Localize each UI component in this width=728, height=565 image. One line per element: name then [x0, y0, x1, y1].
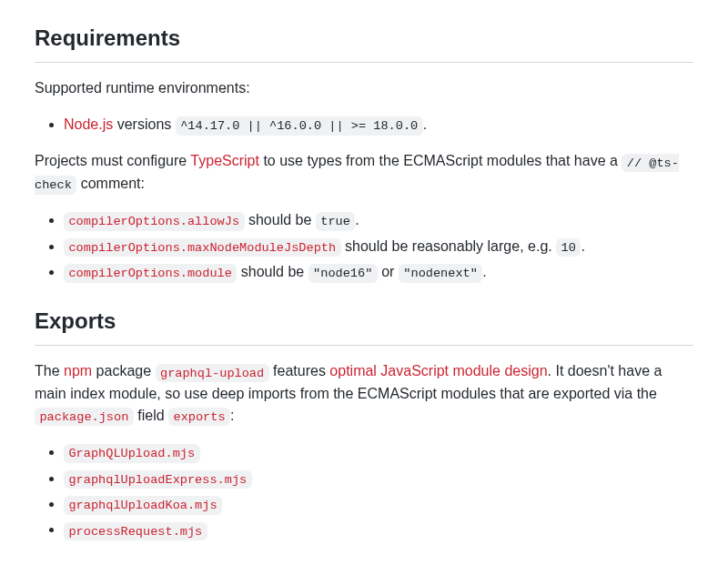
compiler-options-list: compilerOptions.allowJs should be true. …: [35, 209, 693, 283]
graphql-upload-code: graphql-upload: [156, 364, 269, 382]
graphqlupload-code: GraphQLUpload.mjs: [64, 444, 200, 462]
module-item-processrequest: processRequest.mjs: [64, 519, 693, 540]
allowjs-link[interactable]: compilerOptions.allowJs: [64, 212, 245, 227]
maxdepth-tail: .: [581, 238, 584, 254]
graphql-upload-link[interactable]: graphql-upload: [156, 363, 269, 378]
runtime-list: Node.js versions ^14.17.0 || ^16.0.0 || …: [35, 114, 693, 136]
true-code: true: [316, 212, 356, 230]
modules-list: GraphQLUpload.mjs graphqlUploadExpress.m…: [35, 441, 693, 541]
express-code: graphqlUploadExpress.mjs: [64, 470, 252, 489]
typescript-link[interactable]: TypeScript: [190, 153, 259, 168]
module-mid: should be: [237, 264, 308, 279]
allowjs-mid: should be: [245, 212, 316, 227]
versions-code: ^14.17.0 || ^16.0.0 || >= 18.0.0: [176, 116, 423, 135]
koa-link[interactable]: graphqlUploadKoa.mjs: [64, 496, 222, 511]
requirements-heading: Requirements: [35, 22, 693, 63]
module-code: compilerOptions.module: [64, 264, 237, 282]
exp-pre: The: [35, 363, 64, 378]
exports-heading: Exports: [35, 305, 693, 346]
exports-code: exports: [168, 408, 230, 426]
packagejson-code: package.json: [35, 408, 134, 426]
nodenext-code: "nodenext": [399, 264, 482, 282]
module-item-koa: graphqlUploadKoa.mjs: [64, 493, 693, 515]
koa-code: graphqlUploadKoa.mjs: [64, 496, 222, 514]
maxdepth-link[interactable]: compilerOptions.maxNodeModuleJsDepth: [64, 238, 341, 254]
module-item-express: graphqlUploadExpress.mjs: [64, 468, 693, 489]
exp-mid1: package: [92, 363, 155, 378]
ts-pre: Projects must configure: [35, 153, 190, 168]
maxdepth-mid: should be reasonably large, e.g.: [341, 238, 557, 254]
allowjs-code: compilerOptions.allowJs: [64, 212, 245, 230]
nodejs-link[interactable]: Node.js: [64, 116, 113, 132]
runtime-item-nodejs: Node.js versions ^14.17.0 || ^16.0.0 || …: [64, 114, 693, 136]
module-link[interactable]: compilerOptions.module: [64, 264, 237, 279]
npm-link[interactable]: npm: [64, 363, 92, 378]
allowjs-tail: .: [355, 212, 359, 227]
compiler-option-allowjs: compilerOptions.allowJs should be true.: [64, 209, 693, 231]
design-link[interactable]: optimal JavaScript module design: [329, 363, 547, 378]
exports-field-link[interactable]: exports: [168, 408, 230, 423]
versions-label: versions: [113, 116, 175, 132]
ts-post: to use types from the ECMAScript modules…: [259, 153, 622, 168]
processrequest-code: processRequest.mjs: [64, 522, 207, 540]
compiler-option-module: compilerOptions.module should be "node16…: [64, 261, 693, 283]
graphqlupload-link[interactable]: GraphQLUpload.mjs: [64, 444, 200, 459]
maxdepth-code: compilerOptions.maxNodeModuleJsDepth: [64, 238, 341, 257]
ts-tail: comment:: [76, 176, 145, 191]
module-or: or: [378, 264, 399, 279]
module-item-graphqlupload: GraphQLUpload.mjs: [64, 441, 693, 463]
supported-runtime-text: Supported runtime environments:: [35, 77, 693, 99]
exp-mid4: field: [134, 408, 168, 423]
node16-code: "node16": [308, 264, 378, 282]
typescript-config-text: Projects must configure TypeScript to us…: [35, 150, 693, 195]
exp-tail: :: [230, 408, 234, 423]
packagejson-link[interactable]: package.json: [35, 408, 134, 423]
period: .: [423, 116, 427, 132]
processrequest-link[interactable]: processRequest.mjs: [64, 521, 207, 537]
express-link[interactable]: graphqlUploadExpress.mjs: [64, 470, 252, 486]
module-tail: .: [482, 264, 486, 279]
exp-mid2: features: [269, 363, 330, 378]
exports-description: The npm package graphql-upload features …: [35, 360, 693, 427]
ten-code: 10: [556, 238, 581, 257]
compiler-option-maxdepth: compilerOptions.maxNodeModuleJsDepth sho…: [64, 236, 693, 257]
